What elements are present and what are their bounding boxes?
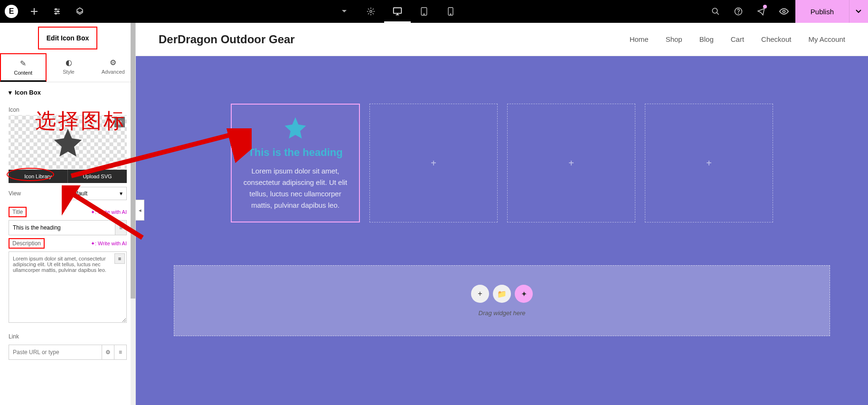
description-field-row: Description ✦: Write with AI [0, 235, 135, 249]
site-title: DerDragon Outdoor Gear [159, 33, 295, 46]
site-settings-button[interactable] [358, 0, 384, 23]
sidebar-scrollbar[interactable] [131, 23, 135, 405]
help-button[interactable] [727, 0, 750, 23]
iconbox-title: This is the heading [239, 146, 351, 159]
add-section-button[interactable]: + [471, 285, 489, 303]
topbar-left: E [0, 0, 91, 23]
desktop-view-button[interactable] [384, 0, 411, 23]
sidebar-panel: Edit Icon Box ✎Content ◐Style ⚙Advanced … [0, 23, 136, 405]
database-icon: ≡ [119, 349, 122, 356]
page-settings-button[interactable] [46, 0, 68, 23]
icon-library-button[interactable]: Icon Library [9, 170, 68, 183]
svg-point-17 [738, 13, 738, 13]
delete-icon-button[interactable]: 🗑 [114, 117, 125, 127]
topbar: E Publish [0, 0, 868, 23]
icon-source-buttons: Icon Library Upload SVG [9, 170, 127, 183]
nav-cart[interactable]: Cart [731, 35, 744, 43]
tab-content[interactable]: ✎Content [0, 53, 47, 82]
gear-icon: ⚙ [105, 349, 111, 356]
main: Edit Icon Box ✎Content ◐Style ⚙Advanced … [0, 23, 868, 405]
view-select[interactable]: Default▾ [65, 187, 127, 200]
svg-rect-7 [394, 8, 402, 13]
publish-button[interactable]: Publish [795, 0, 849, 23]
iconbox-description: Lorem ipsum dolor sit amet, consectetur … [239, 165, 351, 211]
star-icon [51, 126, 85, 159]
chevron-left-icon: ◂ [139, 207, 142, 213]
icon-preview[interactable]: 🗑 [9, 115, 127, 170]
tab-style[interactable]: ◐Style [47, 53, 91, 82]
svg-point-5 [55, 13, 57, 14]
section-container[interactable]: This is the heading Lorem ipsum dolor si… [136, 56, 868, 405]
nav-checkout[interactable]: Checkout [761, 35, 791, 43]
column-2[interactable]: + [369, 104, 498, 222]
description-textarea-wrap: Lorem ipsum dolor sit amet, consectetur … [9, 251, 127, 325]
link-options-button[interactable]: ⚙ [102, 345, 114, 359]
link-input[interactable] [9, 345, 102, 359]
topbar-center [331, 0, 464, 23]
folder-icon: 📁 [497, 289, 507, 299]
view-row: View Default▾ [0, 183, 135, 204]
icon-field-label: Icon [0, 103, 135, 115]
contrast-icon: ◐ [47, 58, 91, 67]
doc-dropdown[interactable] [331, 0, 358, 23]
plus-icon: + [478, 289, 482, 298]
template-library-button[interactable]: 📁 [493, 285, 511, 303]
write-with-ai-title[interactable]: ✦: Write with AI [91, 209, 127, 215]
nav-blog[interactable]: Blog [699, 35, 714, 43]
ai-section-button[interactable]: ✦ [515, 285, 533, 303]
title-input[interactable] [9, 221, 115, 235]
elementor-logo[interactable]: E [0, 0, 23, 23]
panel-tabs: ✎Content ◐Style ⚙Advanced [0, 53, 135, 82]
tablet-view-button[interactable] [411, 0, 437, 23]
add-widget-button[interactable] [23, 0, 46, 23]
preview-button[interactable] [773, 0, 795, 23]
title-input-wrap: ≡ [9, 220, 127, 235]
link-label: Link [0, 325, 135, 342]
collapse-panel-button[interactable]: ◂ [136, 200, 144, 221]
add-widget-placeholder[interactable]: + [706, 158, 712, 169]
sparkle-icon: ✦ [521, 289, 527, 299]
nav-my-account[interactable]: My Account [808, 35, 845, 43]
section-icon-box[interactable]: ▾Icon Box [0, 82, 135, 103]
column-3[interactable]: + [507, 104, 635, 222]
trash-icon: 🗑 [117, 119, 123, 125]
svg-line-15 [717, 12, 719, 15]
topbar-right: Publish [704, 0, 868, 23]
svg-point-18 [783, 10, 785, 13]
pencil-icon: ✎ [1, 59, 46, 68]
column-1[interactable]: This is the heading Lorem ipsum dolor si… [231, 104, 360, 222]
add-widget-placeholder[interactable]: + [431, 158, 436, 169]
link-dynamic-button[interactable]: ≡ [114, 345, 126, 359]
finder-button[interactable] [704, 0, 727, 23]
svg-point-6 [370, 10, 372, 13]
upload-svg-button[interactable]: Upload SVG [68, 170, 127, 183]
svg-point-3 [57, 11, 59, 12]
add-widget-placeholder[interactable]: + [568, 158, 574, 169]
svg-point-1 [55, 9, 57, 10]
gear-icon: ⚙ [91, 58, 135, 67]
title-dynamic-button[interactable]: ≡ [115, 221, 126, 235]
publish-options-button[interactable] [849, 0, 868, 23]
site-header: DerDragon Outdoor Gear Home Shop Blog Ca… [136, 23, 868, 56]
iconbox-widget[interactable]: This is the heading Lorem ipsum dolor si… [232, 107, 359, 219]
write-with-ai-description[interactable]: ✦: Write with AI [91, 241, 127, 247]
description-dynamic-button[interactable]: ≡ [114, 253, 125, 264]
drop-zone[interactable]: + 📁 ✦ Drag widget here [174, 265, 830, 336]
notification-dot [763, 5, 767, 9]
scrollbar-thumb[interactable] [131, 23, 135, 299]
description-textarea[interactable]: Lorem ipsum dolor sit amet, consectetur … [9, 251, 127, 323]
svg-point-13 [451, 14, 452, 15]
structure-button[interactable] [68, 0, 91, 23]
star-icon [283, 115, 308, 141]
tab-advanced[interactable]: ⚙Advanced [91, 53, 135, 82]
view-label: View [9, 190, 21, 197]
database-icon: ≡ [119, 224, 123, 231]
description-label: Description [9, 238, 45, 249]
whats-new-button[interactable] [750, 0, 773, 23]
nav-home[interactable]: Home [630, 35, 649, 43]
mobile-view-button[interactable] [437, 0, 464, 23]
column-4[interactable]: + [645, 104, 773, 222]
nav-shop[interactable]: Shop [666, 35, 682, 43]
title-field-row: Title ✦: Write with AI [0, 204, 135, 217]
title-label: Title [9, 207, 27, 217]
